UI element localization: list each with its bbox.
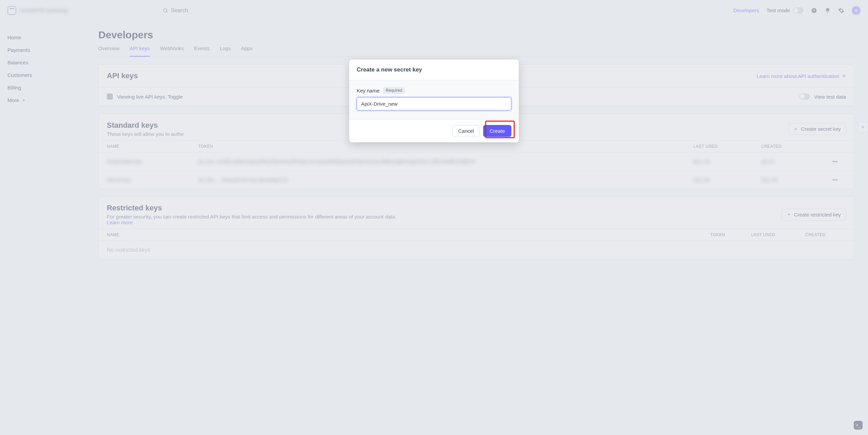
key-name-label: Key name Required	[357, 87, 511, 94]
required-badge: Required	[383, 87, 405, 94]
key-name-input[interactable]	[357, 97, 511, 110]
modal-overlay: Create a new secret key Key name Require…	[0, 0, 868, 435]
create-button[interactable]: Create	[483, 125, 511, 137]
modal-title: Create a new secret key	[349, 60, 519, 80]
field-label-text: Key name	[357, 88, 380, 94]
modal-body: Key name Required	[349, 80, 519, 120]
cancel-button[interactable]: Cancel	[452, 125, 480, 137]
create-key-modal: Create a new secret key Key name Require…	[349, 60, 519, 142]
modal-footer: Cancel Create	[349, 120, 519, 142]
